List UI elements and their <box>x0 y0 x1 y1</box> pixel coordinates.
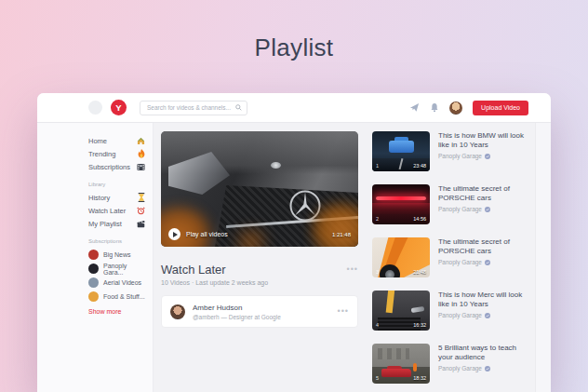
owner-text: Amber Hudson @amberh — Designer at Googl… <box>193 304 281 320</box>
video-item[interactable]: 3 21:48 The ultimate secret of PORSCHE c… <box>372 237 532 277</box>
verified-badge-icon <box>485 366 490 372</box>
sidebar-item-label: History <box>88 194 110 202</box>
playlist-meta: 10 Videos · Last update 2 weeks ago <box>161 279 268 286</box>
search-icon <box>235 104 242 111</box>
video-item[interactable]: 5 18:32 5 Brilliant ways to teach your a… <box>372 344 532 384</box>
video-text: This is how Merc will look like in 10 Ye… <box>430 291 529 331</box>
video-text: The ultimate secret of PORSCHE cars Pano… <box>430 237 529 277</box>
video-item[interactable]: 2 14:56 The ultimate secret of PORSCHE c… <box>372 184 532 224</box>
app-logo[interactable]: Y <box>111 100 127 115</box>
thumb-art <box>381 369 411 377</box>
hourglass-icon <box>138 193 145 202</box>
video-item[interactable]: 1 23:48 This is how BMW will look like i… <box>372 131 532 171</box>
play-all-label[interactable]: Play all videos <box>186 231 228 237</box>
app-window: Y Upload Video <box>37 93 551 392</box>
video-text: 5 Brilliant ways to teach your audience … <box>430 344 529 384</box>
sidebar-section-subscriptions: Subscriptions <box>88 238 145 244</box>
bell-icon[interactable] <box>430 102 439 113</box>
home-icon <box>137 137 145 145</box>
verified-badge-icon <box>485 154 490 159</box>
playlist-total-duration: 1:21:48 <box>332 232 351 237</box>
play-all-button[interactable] <box>168 228 180 240</box>
video-item[interactable]: 4 16:32 This is how Merc will look like … <box>372 291 532 331</box>
video-title: 5 Brilliant ways to teach your audience <box>438 344 529 362</box>
topbar-right-cluster: Upload Video <box>409 101 528 115</box>
video-thumbnail[interactable]: 2 14:56 <box>372 184 430 224</box>
sidebar-item-label: Trending <box>88 150 115 158</box>
sidebar-item-label: Watch Later <box>88 207 126 215</box>
main-content: Play all videos 1:21:48 Watch Later ••• … <box>154 122 551 392</box>
video-index: 1 <box>376 163 379 169</box>
video-title: This is how BMW will look like in 10 Yea… <box>438 131 529 150</box>
upload-video-button[interactable]: Upload Video <box>473 101 528 115</box>
playlist-hero-thumbnail[interactable]: Play all videos 1:21:48 <box>161 131 358 247</box>
show-more-link[interactable]: Show more <box>88 308 145 315</box>
playlist-owner-card[interactable]: Amber Hudson @amberh — Designer at Googl… <box>161 295 358 328</box>
video-duration: 16:32 <box>413 322 426 328</box>
video-channel: Panoply Garage <box>438 206 529 212</box>
page-title: Playlist <box>0 34 588 62</box>
clapperboard-icon <box>137 220 145 228</box>
playlist-video-list: 1 23:48 This is how BMW will look like i… <box>372 131 532 392</box>
channel-avatar <box>88 264 99 274</box>
hero-hood-badge <box>271 162 281 169</box>
channel-name: Panoply Garage <box>438 206 482 212</box>
sidebar-item-watch-later[interactable]: Watch Later <box>88 204 145 217</box>
video-thumbnail[interactable]: 4 16:32 <box>372 291 430 331</box>
video-thumbnail[interactable]: 3 21:48 <box>372 237 430 277</box>
thumb-art <box>385 270 394 277</box>
thumb-art <box>413 363 417 372</box>
video-index: 2 <box>376 216 379 222</box>
sidebar-item-my-playlist[interactable]: My Playlist <box>88 217 145 230</box>
sidebar-item-home[interactable]: Home <box>88 134 145 147</box>
thumb-art <box>376 196 426 200</box>
sidebar-item-history[interactable]: History <box>88 191 145 204</box>
sidebar-channel-panoply-garage[interactable]: Panoply Gara... <box>88 262 145 276</box>
thumb-art <box>372 203 430 214</box>
search-input[interactable] <box>145 103 235 112</box>
owner-more-button[interactable]: ••• <box>338 307 349 316</box>
video-thumbnail[interactable]: 5 18:32 <box>372 344 430 384</box>
playlist-header: Watch Later ••• <box>161 263 358 277</box>
sidebar-item-label: Home <box>88 137 107 145</box>
video-channel: Panoply Garage <box>438 312 529 318</box>
thumb-art <box>411 306 425 313</box>
owner-name: Amber Hudson <box>193 304 281 312</box>
sidebar-channel-food-stuff[interactable]: Food & Stuff... <box>88 290 145 304</box>
menu-button[interactable] <box>88 101 102 115</box>
video-duration: 21:48 <box>413 269 426 275</box>
video-text: This is how BMW will look like in 10 Yea… <box>430 131 529 171</box>
sidebar-item-subscriptions[interactable]: Subscriptions <box>88 160 145 173</box>
flame-icon <box>138 149 145 158</box>
sidebar-channel-big-news[interactable]: Big News <box>88 248 145 262</box>
channel-name: Panoply Garage <box>438 365 482 372</box>
sidebar-channel-aerial-videos[interactable]: Aerial Videos <box>88 276 145 290</box>
hero-foliage-blur <box>161 208 211 247</box>
sidebar-item-label: My Playlist <box>88 220 122 228</box>
video-title: This is how Merc will look like in 10 Ye… <box>438 291 529 309</box>
hero-overlay: Play all videos 1:21:48 <box>168 228 351 240</box>
verified-badge-icon <box>485 260 490 265</box>
screenshot-stage: Playlist Y Uploa <box>0 0 588 392</box>
video-index: 4 <box>376 322 379 328</box>
topbar: Y Upload Video <box>37 93 551 123</box>
sidebar-section-library: Library <box>88 182 145 187</box>
video-index: 3 <box>376 269 379 275</box>
search-bar[interactable] <box>140 101 247 115</box>
owner-avatar <box>170 304 185 319</box>
thumb-art <box>378 348 409 359</box>
playlist-title: Watch Later <box>161 263 226 277</box>
scrollbar-track <box>535 122 551 392</box>
video-thumbnail[interactable]: 1 23:48 <box>372 131 430 171</box>
channel-avatar <box>88 277 99 288</box>
channel-name: Panoply Garage <box>438 259 482 265</box>
thumb-art <box>389 141 414 153</box>
video-index: 5 <box>376 375 379 381</box>
user-avatar[interactable] <box>449 101 462 115</box>
send-icon[interactable] <box>409 102 420 113</box>
sidebar-item-trending[interactable]: Trending <box>88 147 145 160</box>
playlist-more-button[interactable]: ••• <box>347 265 358 274</box>
alarm-clock-icon <box>137 207 145 215</box>
video-duration: 18:32 <box>413 375 426 381</box>
sidebar: Home Trending Subscriptions Library His <box>37 122 154 392</box>
